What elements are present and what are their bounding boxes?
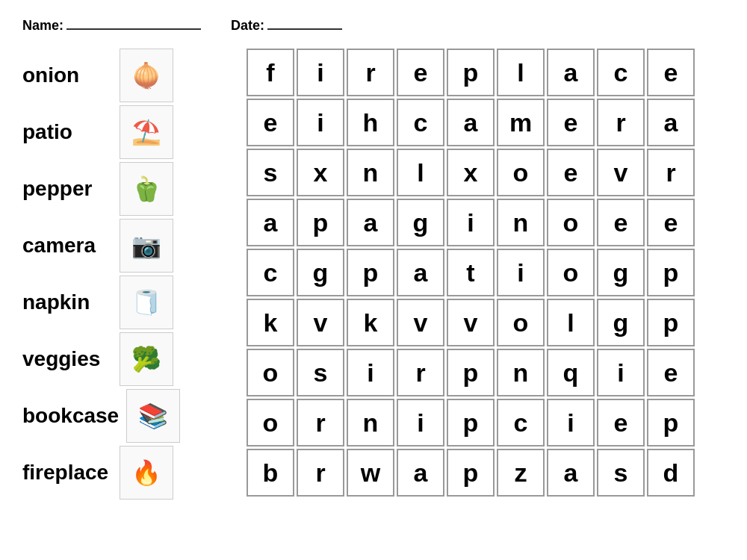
- grid-cell-2-1[interactable]: x: [297, 149, 344, 196]
- grid-cell-6-2[interactable]: i: [347, 349, 394, 396]
- grid-cell-1-5[interactable]: m: [497, 99, 545, 146]
- grid-cell-1-3[interactable]: c: [397, 99, 444, 146]
- grid-cell-0-4[interactable]: p: [447, 49, 495, 96]
- grid-cell-2-7[interactable]: v: [597, 149, 645, 196]
- grid-cell-4-7[interactable]: g: [597, 249, 645, 296]
- grid-cell-8-3[interactable]: a: [397, 449, 444, 497]
- grid-cell-2-5[interactable]: o: [497, 149, 545, 196]
- grid-cell-5-3[interactable]: v: [397, 299, 444, 346]
- word-item-pepper: pepper🫑: [22, 162, 224, 216]
- grid-cell-2-0[interactable]: s: [247, 149, 294, 196]
- grid-cell-6-6[interactable]: q: [547, 349, 595, 396]
- grid-cell-1-2[interactable]: h: [347, 99, 394, 146]
- grid-cell-4-4[interactable]: t: [447, 249, 495, 296]
- grid-cell-3-2[interactable]: a: [347, 199, 394, 246]
- name-input-line[interactable]: [66, 15, 201, 30]
- word-label-fireplace: fireplace: [22, 461, 112, 485]
- grid-cell-2-8[interactable]: r: [647, 149, 695, 196]
- grid-cell-5-4[interactable]: v: [447, 299, 495, 346]
- grid-cell-5-2[interactable]: k: [347, 299, 394, 346]
- grid-cell-6-8[interactable]: e: [647, 349, 695, 396]
- grid-cell-3-8[interactable]: e: [647, 199, 695, 246]
- word-icon-napkin: 🧻: [120, 276, 173, 329]
- grid-cell-0-7[interactable]: c: [597, 49, 645, 96]
- grid-cell-6-1[interactable]: s: [297, 349, 344, 396]
- grid-cell-1-0[interactable]: e: [247, 99, 294, 146]
- grid-cell-4-1[interactable]: g: [297, 249, 344, 296]
- grid-cell-7-6[interactable]: i: [547, 399, 595, 447]
- grid-cell-0-2[interactable]: r: [347, 49, 394, 96]
- grid-cell-0-5[interactable]: l: [497, 49, 545, 96]
- grid-cell-2-6[interactable]: e: [547, 149, 595, 196]
- word-icon-onion: 🧅: [120, 49, 173, 102]
- grid-cell-8-8[interactable]: d: [647, 449, 695, 497]
- grid-cell-3-0[interactable]: a: [247, 199, 294, 246]
- grid-cell-3-3[interactable]: g: [397, 199, 444, 246]
- grid-cell-4-0[interactable]: c: [247, 249, 294, 296]
- grid-cell-4-2[interactable]: p: [347, 249, 394, 296]
- grid-cell-8-6[interactable]: a: [547, 449, 595, 497]
- grid-cell-1-7[interactable]: r: [597, 99, 645, 146]
- grid-cell-7-1[interactable]: r: [297, 399, 344, 447]
- grid-cell-7-0[interactable]: o: [247, 399, 294, 447]
- grid-cell-6-4[interactable]: p: [447, 349, 495, 396]
- grid-cell-6-3[interactable]: r: [397, 349, 444, 396]
- grid-cell-0-6[interactable]: a: [547, 49, 595, 96]
- main-content: onion🧅patio⛱️pepper🫑camera📷napkin🧻veggie…: [22, 49, 725, 503]
- grid-cell-0-8[interactable]: e: [647, 49, 695, 96]
- grid-cell-2-3[interactable]: l: [397, 149, 444, 196]
- grid-cell-5-6[interactable]: l: [547, 299, 595, 346]
- grid-cell-3-7[interactable]: e: [597, 199, 645, 246]
- grid-cell-3-6[interactable]: o: [547, 199, 595, 246]
- grid-cell-7-2[interactable]: n: [347, 399, 394, 447]
- grid-cell-5-5[interactable]: o: [497, 299, 545, 346]
- grid-cell-6-0[interactable]: o: [247, 349, 294, 396]
- name-label: Name:: [22, 18, 63, 34]
- word-item-napkin: napkin🧻: [22, 276, 224, 329]
- grid-cell-4-3[interactable]: a: [397, 249, 444, 296]
- word-label-bookcase: bookcase: [22, 404, 119, 428]
- word-label-camera: camera: [22, 234, 112, 258]
- grid-cell-7-8[interactable]: p: [647, 399, 695, 447]
- grid-cell-0-3[interactable]: e: [397, 49, 444, 96]
- grid-cell-0-1[interactable]: i: [297, 49, 344, 96]
- grid-cell-1-6[interactable]: e: [547, 99, 595, 146]
- grid-cell-7-3[interactable]: i: [397, 399, 444, 447]
- word-label-pepper: pepper: [22, 177, 112, 201]
- grid-cell-5-1[interactable]: v: [297, 299, 344, 346]
- grid-cell-5-0[interactable]: k: [247, 299, 294, 346]
- grid-cell-1-1[interactable]: i: [297, 99, 344, 146]
- grid-cell-7-7[interactable]: e: [597, 399, 645, 447]
- grid-cell-3-5[interactable]: n: [497, 199, 545, 246]
- word-icon-fireplace: 🔥: [120, 446, 173, 500]
- grid-cell-4-8[interactable]: p: [647, 249, 695, 296]
- date-input-line[interactable]: [267, 15, 342, 30]
- grid-cell-5-7[interactable]: g: [597, 299, 645, 346]
- grid-cell-1-8[interactable]: a: [647, 99, 695, 146]
- grid-cell-7-5[interactable]: c: [497, 399, 545, 447]
- grid-cell-8-0[interactable]: b: [247, 449, 294, 497]
- grid-cell-2-4[interactable]: x: [447, 149, 495, 196]
- grid-cell-2-2[interactable]: n: [347, 149, 394, 196]
- word-item-onion: onion🧅: [22, 49, 224, 102]
- grid-cell-1-4[interactable]: a: [447, 99, 495, 146]
- grid-cell-8-2[interactable]: w: [347, 449, 394, 497]
- grid-cell-8-4[interactable]: p: [447, 449, 495, 497]
- word-item-patio: patio⛱️: [22, 105, 224, 159]
- grid-cell-8-7[interactable]: s: [597, 449, 645, 497]
- grid-cell-6-7[interactable]: i: [597, 349, 645, 396]
- grid-cell-3-4[interactable]: i: [447, 199, 495, 246]
- grid-cell-8-5[interactable]: z: [497, 449, 545, 497]
- grid-cell-0-0[interactable]: f: [247, 49, 294, 96]
- date-field: Date:: [231, 15, 342, 34]
- word-label-patio: patio: [22, 120, 112, 144]
- grid-cell-4-5[interactable]: i: [497, 249, 545, 296]
- grid-cell-3-1[interactable]: p: [297, 199, 344, 246]
- grid-cell-8-1[interactable]: r: [297, 449, 344, 497]
- grid-cell-6-5[interactable]: n: [497, 349, 545, 396]
- name-field: Name:: [22, 15, 201, 34]
- word-icon-veggies: 🥦: [120, 332, 173, 386]
- grid-cell-4-6[interactable]: o: [547, 249, 595, 296]
- grid-cell-7-4[interactable]: p: [447, 399, 495, 447]
- grid-cell-5-8[interactable]: p: [647, 299, 695, 346]
